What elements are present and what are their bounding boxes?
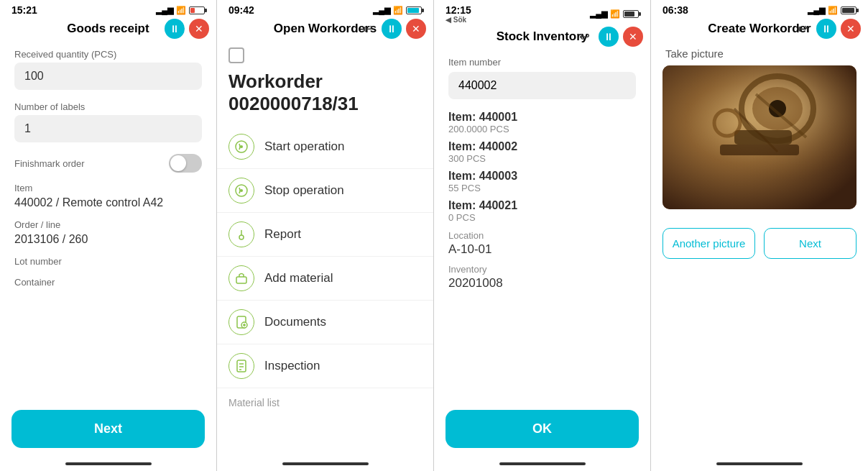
finishmark-label: Finishmark order <box>14 158 85 169</box>
svg-rect-21 <box>720 145 799 155</box>
received-qty-label: Received quantity (PCS) <box>14 49 202 60</box>
order-value: 2013106 / 260 <box>14 233 202 246</box>
menu-item-documents[interactable]: Documents <box>217 301 433 344</box>
svg-point-4 <box>239 235 244 239</box>
inv-item-name-3: Item: 440021 <box>448 199 636 212</box>
workorder-title: Workorder 0020000718/31 <box>217 66 433 125</box>
workorder-checkbox[interactable] <box>228 47 244 63</box>
home-indicator-4 <box>716 462 803 465</box>
pause-button-2[interactable]: ⏸ <box>382 19 402 39</box>
panel-goods-receipt: 15:21 ▂▄▆ 📶 Goods receipt ⏸ ✕ Received q… <box>0 0 217 471</box>
status-time-3: 12:15 <box>445 4 471 16</box>
start-operation-label: Start operation <box>264 140 345 154</box>
inventory-content: Item number Item: 440001 200.0000 PCS It… <box>434 48 650 403</box>
menu-item-stop[interactable]: Stop operation <box>217 169 433 213</box>
back-label: ◀ Sök <box>445 16 466 24</box>
status-time-1: 15:21 <box>11 4 37 16</box>
status-icons-2: ▂▄▆ 📶 <box>373 6 422 15</box>
undo-button-2[interactable]: ↩ <box>357 19 377 39</box>
status-bar-1: 15:21 ▂▄▆ 📶 <box>0 0 216 17</box>
order-label: Order / line <box>14 219 202 230</box>
inv-item-name-1: Item: 440002 <box>448 140 636 153</box>
container-label: Container <box>14 277 202 288</box>
status-bar-3: 12:15 ◀ Sök ▂▄▆ 📶 <box>434 0 650 25</box>
inspection-icon <box>228 353 254 379</box>
signal-icon: ▂▄▆ <box>156 6 173 15</box>
pause-button-3[interactable]: ⏸ <box>599 27 619 47</box>
num-labels-input[interactable] <box>14 115 202 142</box>
header-actions-1: ⏸ ✕ <box>165 19 209 39</box>
item-label: Item <box>14 183 202 193</box>
item-number-input[interactable] <box>448 72 636 99</box>
received-qty-input[interactable] <box>14 63 202 90</box>
inventory-value: 20201008 <box>448 276 636 291</box>
inv-item-sub-1: 300 PCS <box>448 153 636 164</box>
inv-item-name-2: Item: 440003 <box>448 170 636 183</box>
inv-item-sub-3: 0 PCS <box>448 212 636 223</box>
next-button-1[interactable]: Next <box>11 410 205 448</box>
material-list-label: Material list <box>217 388 433 411</box>
finishmark-row: Finishmark order <box>14 154 202 173</box>
stop-operation-icon <box>228 178 254 204</box>
menu-item-start[interactable]: Start operation <box>217 125 433 169</box>
close-button-2[interactable]: ✕ <box>406 19 426 39</box>
another-picture-button[interactable]: Another picture <box>662 228 755 259</box>
ok-button[interactable]: OK <box>445 410 639 448</box>
picture-buttons: Another picture Next <box>651 216 868 270</box>
inv-item-name-0: Item: 440001 <box>448 111 636 124</box>
next-button-4[interactable]: Next <box>764 228 857 259</box>
signal-icon-3: ▂▄▆ <box>590 9 607 19</box>
close-button-1[interactable]: ✕ <box>189 19 209 39</box>
header-bar-1: Goods receipt ⏸ ✕ <box>0 17 216 40</box>
undo-button-4[interactable]: ↩ <box>792 19 812 39</box>
status-icons-1: ▂▄▆ 📶 <box>156 6 205 15</box>
svg-point-3 <box>240 189 243 192</box>
item-number-label: Item number <box>448 57 636 68</box>
header-actions-4: ↩ ⏸ ✕ <box>792 19 861 39</box>
status-icons-3: ▂▄▆ 📶 <box>590 9 639 19</box>
svg-point-1 <box>240 145 243 148</box>
home-indicator-2 <box>282 462 369 465</box>
picture-image <box>662 65 857 209</box>
inv-item-3: Item: 440021 0 PCS <box>448 199 636 223</box>
inv-item-1: Item: 440002 300 PCS <box>448 140 636 164</box>
finishmark-toggle[interactable] <box>169 154 202 173</box>
close-button-3[interactable]: ✕ <box>623 27 643 47</box>
status-icons-4: ▂▄▆ 📶 <box>808 6 857 15</box>
inventory-label: Inventory <box>448 264 636 275</box>
form-content-1: Received quantity (PCS) Number of labels… <box>0 40 216 403</box>
header-bar-3: Stock Inventory ↩ ⏸ ✕ <box>434 25 650 48</box>
pause-button-4[interactable]: ⏸ <box>816 19 836 39</box>
status-bar-4: 06:38 ▂▄▆ 📶 <box>651 0 868 17</box>
panel-stock-inventory: 12:15 ◀ Sök ▂▄▆ 📶 Stock Inventory ↩ ⏸ ✕ … <box>434 0 651 471</box>
status-bar-2: 09:42 ▂▄▆ 📶 <box>217 0 433 17</box>
checkbox-area <box>217 40 433 66</box>
picture-container <box>662 65 857 209</box>
battery-icon <box>189 6 205 14</box>
take-picture-label: Take picture <box>651 40 868 65</box>
report-label: Report <box>264 227 301 242</box>
inspection-label: Inspection <box>264 359 320 373</box>
wifi-icon-2: 📶 <box>393 6 403 15</box>
status-time-2: 09:42 <box>228 4 254 16</box>
location-value: A-10-01 <box>448 242 636 257</box>
inv-item-sub-0: 200.0000 PCS <box>448 124 636 134</box>
menu-item-report[interactable]: Report <box>217 213 433 257</box>
panel-workorders: 09:42 ▂▄▆ 📶 Open Workorders ↩ ⏸ ✕ Workor… <box>217 0 434 471</box>
menu-item-addmaterial[interactable]: Add material <box>217 257 433 301</box>
mechanical-image <box>662 65 857 209</box>
wifi-icon-3: 📶 <box>610 9 620 19</box>
pause-button-1[interactable]: ⏸ <box>165 19 185 39</box>
battery-icon-2 <box>406 6 422 14</box>
documents-icon <box>228 309 254 335</box>
menu-item-inspection[interactable]: Inspection <box>217 344 433 388</box>
header-title-1: Goods receipt <box>67 22 149 36</box>
header-actions-2: ↩ ⏸ ✕ <box>357 19 426 39</box>
add-material-label: Add material <box>264 271 333 285</box>
add-material-icon <box>228 265 254 291</box>
wifi-icon: 📶 <box>176 6 186 15</box>
undo-button-3[interactable]: ↩ <box>574 27 594 47</box>
home-indicator-1 <box>65 462 152 465</box>
close-button-4[interactable]: ✕ <box>841 19 861 39</box>
wifi-icon-4: 📶 <box>828 6 838 15</box>
